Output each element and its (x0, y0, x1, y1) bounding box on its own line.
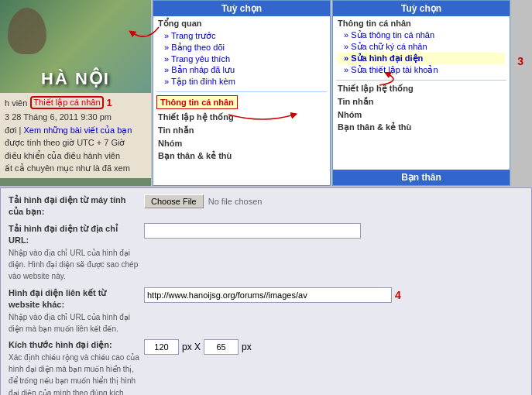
form-row-4: Kích thước hình đại diện: Xác định chiều… (9, 339, 523, 395)
person-silhouette (8, 8, 46, 54)
form-row-2: Tải hình đại diện từ địa chỉ URL: Nhập v… (9, 223, 523, 283)
badge3: 3 (517, 55, 523, 67)
px2-label: px (242, 342, 252, 352)
ban-nhap-link[interactable]: Bản nháp đã lưu (158, 64, 325, 76)
right-ban-than-link[interactable]: Bạn thân & kẻ thù (333, 121, 510, 134)
px-x-label: px X (182, 342, 201, 352)
user-label: h viên (5, 98, 27, 108)
row4-label: Kích thước hình đại diện: Xác định chiều… (9, 339, 144, 395)
right-panel-section1: Thông tin cá nhân Sửa thông tin cá nhân … (333, 16, 510, 78)
right-thiet-lap-link[interactable]: Thiết lập hệ thống (333, 82, 510, 95)
row1-control: Choose File No file chosen (144, 194, 523, 208)
sua-thiet-lap-link[interactable]: Sửa thiết lập tài khoản (338, 64, 505, 76)
row3-label: Hình đại diện liên kết từ website khác: … (9, 287, 144, 335)
external-url-input[interactable] (144, 287, 392, 303)
thiep-lap-link[interactable]: Thiết lập cá nhân (30, 96, 103, 109)
right-thong-tin-title: Thông tin cá nhân (338, 19, 505, 28)
url-upload-input[interactable] (144, 223, 361, 239)
right-tin-nhan-link[interactable]: Tin nhắn (333, 95, 510, 108)
width-input[interactable] (144, 339, 179, 355)
city-image: HÀ NỘI (0, 0, 151, 93)
middle-panel-header: Tuỳ chọn (153, 1, 330, 16)
city-name: HÀ NỘI (0, 69, 151, 89)
tap-tin-link[interactable]: Tập tin đính kèm (158, 76, 325, 88)
form-row-1: Tải hình đại diện từ máy tính của bạn: C… (9, 194, 523, 218)
badge4: 4 (395, 289, 401, 301)
badge1: 1 (107, 97, 112, 108)
sua-hinh-dai-dien-link[interactable]: Sửa hình đại diện (338, 53, 505, 64)
trang-yeu-thich-link[interactable]: Trang yêu thích (158, 53, 325, 64)
middle-panel: Tuỳ chọn Tổng quan Trang trước Bảng theo… (153, 0, 331, 186)
row3-control: 4 (144, 287, 523, 303)
sua-thong-tin-link[interactable]: Sửa thông tin cá nhân (338, 29, 505, 41)
form-row-3: Hình đại diện liên kết từ website khác: … (9, 287, 523, 335)
user-row: h viên Thiết lập cá nhân 1 (5, 96, 146, 109)
right-divider (336, 80, 506, 81)
admin-control: điều khiển của điều hành viên (5, 149, 146, 163)
row1-label: Tải hình đại diện từ máy tính của bạn: (9, 194, 144, 218)
row2-label: Tải hình đại diện từ địa chỉ URL: Nhập v… (9, 223, 144, 283)
row2-sublabel: Nhập vào địa chỉ URL của hình đại diện. … (9, 249, 138, 281)
tin-nhan-link[interactable]: Tin nhắn (153, 124, 330, 137)
thong-tin-row: Thông tin cá nhân 2 (153, 94, 330, 111)
link-row: đơi | Xem những bài viết của bạn (5, 124, 146, 137)
utc-note: được tính theo giờ UTC + 7 Giờ (5, 136, 146, 149)
left-info: 3 28 Tháng 6, 2011 9:30 pm đơi | Xem nhữ… (5, 111, 146, 175)
bang-theo-doi-link[interactable]: Bảng theo dõi (158, 42, 325, 53)
panel-divider1 (156, 91, 327, 92)
right-panel-header: Tuỳ chọn (333, 1, 510, 16)
chuyen-muc: ất cả chuyên mục như là đã xem (5, 162, 146, 175)
bottom-form: Tải hình đại diện từ máy tính của bạn: C… (0, 187, 532, 395)
right-bottom-bar: Bạn thân (333, 170, 510, 185)
tong-quan-title: Tổng quan (158, 19, 325, 29)
choose-file-button[interactable]: Choose File (144, 194, 204, 208)
row3-sublabel: Nhập vào địa chỉ URL của hình đại diện m… (9, 313, 130, 333)
trang-truoc-link[interactable]: Trang trước (158, 30, 325, 42)
view-posts-link[interactable]: Xem những bài viết của bạn (24, 125, 132, 135)
row2-control (144, 223, 523, 239)
middle-panel-section1: Tổng quan Trang trước Bảng theo dõi Tran… (153, 16, 330, 90)
no-file-text: No file chosen (208, 197, 263, 206)
row4-control: px X px (144, 339, 523, 355)
right-panel: Tuỳ chọn Thông tin cá nhân Sửa thông tin… (332, 0, 510, 186)
row4-sublabel: Xác định chiều rộng và chiều cao của hìn… (9, 353, 139, 395)
right-nhom-link[interactable]: Nhóm (333, 108, 510, 121)
sua-chu-ky-link[interactable]: Sửa chữ ký cá nhân (338, 41, 505, 53)
left-panel: HÀ NỘI h viên Thiết lập cá nhân 1 3 28 T… (0, 0, 151, 186)
ban-than-ke-thu-link[interactable]: Bạn thân & kẻ thù (153, 149, 330, 163)
thong-tin-ca-nhan[interactable]: Thông tin cá nhân (156, 95, 238, 109)
thiet-lap-he-thong-link[interactable]: Thiết lập hệ thống (153, 111, 330, 124)
nhom-link[interactable]: Nhóm (153, 137, 330, 149)
height-input[interactable] (204, 339, 239, 355)
date-text: 3 28 Tháng 6, 2011 9:30 pm (5, 111, 146, 124)
left-panel-content: h viên Thiết lập cá nhân 1 3 28 Tháng 6,… (0, 93, 151, 178)
